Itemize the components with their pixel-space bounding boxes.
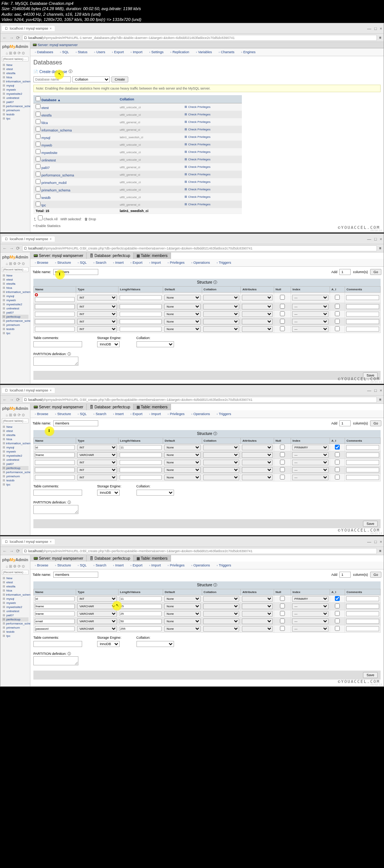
table-name-input[interactable] (53, 269, 98, 275)
column-length-input[interactable] (120, 619, 162, 624)
tab-browse[interactable]: ▫Browse (32, 562, 51, 568)
column-name-input[interactable] (35, 445, 75, 450)
db-tree-item-mysql[interactable]: ⊞mysql (2, 84, 28, 88)
tab-search[interactable]: ▫Search (90, 562, 109, 568)
row-checkbox[interactable] (36, 172, 40, 176)
privileges-icon[interactable]: ⊞ (184, 150, 187, 154)
db-tree-item-mysql[interactable]: ⊞mysql (2, 597, 28, 601)
column-comments-input[interactable] (346, 626, 379, 631)
tab-settings[interactable]: ▫Settings (146, 49, 166, 55)
db-tree-item-mywebsite2[interactable]: ⊞mywebsite2 (2, 92, 28, 96)
column-collation-select[interactable] (203, 596, 240, 602)
tab-triggers[interactable]: ▫Triggers (214, 411, 234, 417)
column-length-input[interactable] (120, 295, 162, 300)
column-null-checkbox[interactable] (275, 460, 290, 465)
column-null-checkbox[interactable] (275, 326, 290, 331)
column-null-checkbox[interactable] (275, 475, 290, 480)
tab-operations[interactable]: ▫Operations (188, 411, 213, 417)
column-ai-checkbox[interactable] (331, 475, 344, 480)
column-type-select[interactable]: VARCHAR (77, 626, 117, 632)
column-attributes-select[interactable] (242, 626, 272, 632)
collation-select[interactable] (136, 341, 174, 347)
db-tree-item-onlinetest[interactable]: ⊞onlinetest (2, 609, 28, 613)
column-comments-input[interactable] (346, 468, 379, 472)
column-index-select[interactable]: --- (292, 626, 328, 632)
db-tree-item-performance_schema[interactable]: ⊞performance_schema (2, 104, 28, 108)
column-null-checkbox[interactable] (275, 626, 290, 631)
column-comments-input[interactable] (346, 327, 379, 332)
add-columns-input[interactable] (339, 269, 351, 275)
column-attributes-select[interactable] (242, 611, 272, 617)
table-comments-input[interactable] (33, 341, 82, 347)
column-ai-checkbox[interactable] (331, 467, 344, 472)
column-length-input[interactable] (120, 475, 162, 480)
forward-icon[interactable]: → (9, 246, 14, 251)
tab-export[interactable]: ▫Export (109, 49, 127, 55)
tab-charsets[interactable]: ▫Charsets (216, 49, 237, 55)
column-name-input[interactable] (35, 475, 75, 480)
db-tree-item-etest[interactable]: ⊞etest (2, 67, 28, 71)
tab-privileges[interactable]: ▫Privileges (165, 562, 188, 568)
column-type-select[interactable]: INT (77, 295, 117, 300)
db-tree-item-testdb[interactable]: ⊞testdb (2, 112, 28, 117)
check-privileges-link[interactable]: Check Privileges (188, 173, 211, 176)
column-length-input[interactable] (120, 611, 162, 616)
column-default-select[interactable]: None (164, 452, 201, 458)
tab-structure[interactable]: ▫Structure (52, 260, 74, 266)
tab-sql[interactable]: ▫SQL (75, 260, 90, 266)
db-tree-item-etest[interactable]: ⊞etest (2, 429, 28, 433)
column-default-select[interactable]: None (164, 295, 201, 300)
column-comments-input[interactable] (346, 611, 379, 616)
check-privileges-link[interactable]: Check Privileges (188, 113, 211, 116)
tab-structure[interactable]: ▫Structure (52, 562, 74, 568)
column-name-input[interactable] (35, 596, 75, 601)
create-button[interactable]: Create (111, 76, 128, 82)
column-ai-checkbox[interactable] (331, 460, 344, 465)
db-tree-item-myweb[interactable]: ⊞myweb (2, 450, 28, 454)
tab-triggers[interactable]: ▫Triggers (214, 562, 234, 568)
column-type-select[interactable]: INT (77, 460, 117, 465)
column-type-select[interactable]: VARCHAR (77, 611, 117, 617)
column-null-checkbox[interactable] (275, 596, 290, 601)
breadcrumb[interactable]: 📟 Server: mysql wampserver (30, 42, 384, 48)
help-icon[interactable]: ⓘ (69, 69, 72, 74)
check-privileges-link[interactable]: Check Privileges (188, 165, 211, 169)
column-name-input[interactable] (35, 312, 75, 317)
column-collation-select[interactable] (203, 304, 240, 309)
db-tree-item-fdca[interactable]: ⊞fdca (2, 437, 28, 441)
column-attributes-select[interactable] (242, 452, 272, 458)
column-default-select[interactable]: None (164, 311, 201, 317)
check-all-checkbox[interactable] (38, 215, 43, 220)
col-collation[interactable]: Collation (117, 95, 182, 103)
column-comments-input[interactable] (346, 596, 379, 601)
column-index-select[interactable]: --- (292, 611, 328, 617)
column-type-select[interactable]: VARCHAR (77, 619, 117, 624)
db-link[interactable]: primehorn_mobil (42, 181, 67, 185)
column-ai-checkbox[interactable] (331, 604, 344, 608)
column-attributes-select[interactable] (242, 475, 272, 480)
column-name-input[interactable] (35, 619, 75, 624)
privileges-icon[interactable]: ⊞ (184, 203, 187, 206)
tab-triggers[interactable]: ▫Triggers (214, 260, 234, 266)
row-checkbox[interactable] (36, 119, 40, 124)
db-link[interactable]: mywebsite (42, 151, 58, 155)
tab-export[interactable]: ▫Export (128, 411, 146, 417)
column-attributes-select[interactable] (242, 445, 272, 450)
column-name-input[interactable] (35, 626, 75, 631)
db-tree-item-tpc[interactable]: ⊞tpc (2, 634, 28, 638)
column-type-select[interactable]: INT (77, 311, 117, 317)
column-attributes-select[interactable] (242, 326, 272, 332)
db-tree-item-mysql[interactable]: ⊞mysql (2, 294, 28, 298)
column-comments-input[interactable] (346, 604, 379, 609)
db-tree-item-etest[interactable]: ⊞etest (2, 580, 28, 584)
db-link[interactable]: fdca (42, 121, 48, 125)
privileges-icon[interactable]: ⊞ (184, 165, 187, 169)
column-length-input[interactable] (120, 468, 162, 472)
tab-variables[interactable]: ▫Variables (193, 49, 215, 55)
db-tree-item-information_schema[interactable]: ⊞information_schema (2, 441, 28, 445)
column-default-select[interactable]: None (164, 319, 201, 324)
db-tree-item-fdca[interactable]: ⊞fdca (2, 589, 28, 593)
column-comments-input[interactable] (346, 295, 379, 300)
tab-insert[interactable]: ▫Insert (110, 260, 126, 266)
column-default-select[interactable]: None (164, 596, 201, 602)
